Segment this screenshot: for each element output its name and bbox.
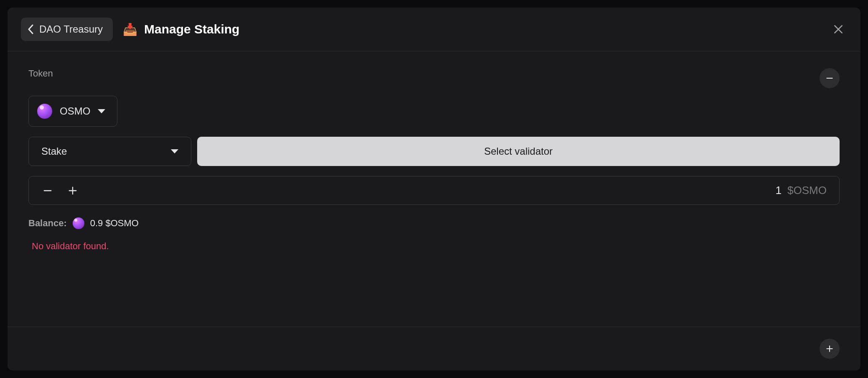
minus-icon <box>825 74 834 82</box>
increment-button[interactable] <box>66 184 79 197</box>
plus-icon <box>68 186 77 195</box>
plus-icon <box>825 345 834 353</box>
token-select[interactable]: OSMO <box>28 96 117 127</box>
staking-modal: DAO Treasury 📥 Manage Staking Token <box>8 8 860 370</box>
osmo-token-icon <box>73 217 84 229</box>
page-title: Manage Staking <box>144 22 239 36</box>
svg-marker-4 <box>171 149 178 153</box>
balance-row: Balance: 0.9 $OSMO <box>28 217 840 229</box>
osmo-token-icon <box>37 104 52 119</box>
modal-body: Token OSMO Stake <box>8 51 860 327</box>
balance-label: Balance: <box>28 218 67 229</box>
select-validator-button[interactable]: Select validator <box>197 137 840 166</box>
add-action-button[interactable] <box>820 339 840 359</box>
amount-input[interactable] <box>740 184 782 197</box>
token-label: Token <box>28 68 53 79</box>
title-group: 📥 Manage Staking <box>123 22 239 36</box>
remove-action-button[interactable] <box>820 68 840 88</box>
action-selected: Stake <box>41 146 67 157</box>
token-selected: OSMO <box>60 105 90 117</box>
minus-icon <box>43 186 52 195</box>
action-row: Stake Select validator <box>28 137 840 166</box>
back-label: DAO Treasury <box>39 23 103 35</box>
modal-header: DAO Treasury 📥 Manage Staking <box>8 8 860 51</box>
amount-display: $OSMO <box>740 184 827 197</box>
modal-footer <box>8 327 860 370</box>
chevron-down-icon <box>171 149 178 154</box>
decrement-button[interactable] <box>41 184 54 197</box>
amount-input-row: $OSMO <box>28 176 840 205</box>
svg-marker-3 <box>98 109 105 113</box>
section-header: Token <box>28 68 840 88</box>
chevron-down-icon <box>98 109 105 114</box>
amount-unit: $OSMO <box>787 184 827 197</box>
back-button[interactable]: DAO Treasury <box>21 18 113 41</box>
chevron-left-icon <box>28 24 34 34</box>
error-message: No validator found. <box>28 241 840 252</box>
close-icon <box>833 24 844 35</box>
token-section: Token OSMO <box>28 68 840 127</box>
amount-steppers <box>41 184 79 197</box>
balance-value: 0.9 $OSMO <box>90 218 139 229</box>
close-button[interactable] <box>830 20 847 38</box>
action-select[interactable]: Stake <box>28 137 191 166</box>
inbox-icon: 📥 <box>123 23 137 36</box>
